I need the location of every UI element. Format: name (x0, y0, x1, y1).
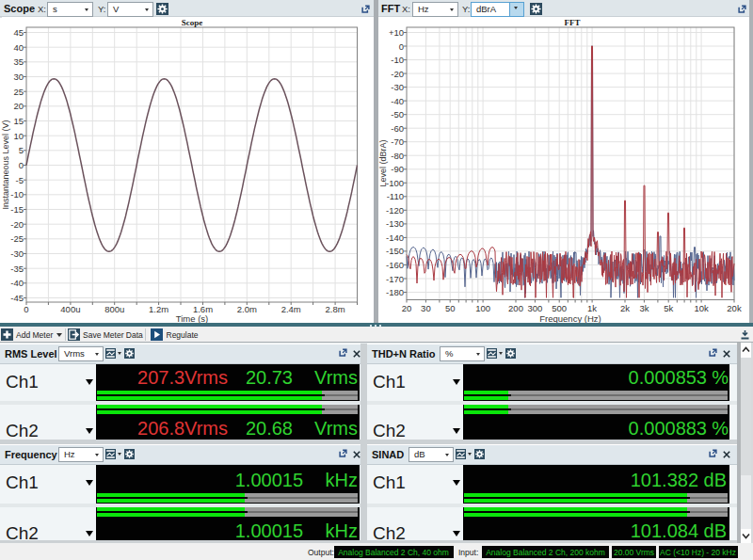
svg-text:2.4m: 2.4m (281, 303, 301, 313)
svg-text:-160: -160 (386, 259, 404, 269)
svg-text:Frequency (Hz): Frequency (Hz) (539, 312, 601, 323)
svg-text:-5: -5 (16, 174, 24, 184)
svg-text:10: 10 (13, 130, 24, 140)
svg-text:-40: -40 (10, 278, 24, 288)
svg-text:-25: -25 (10, 233, 24, 244)
svg-text:1.2m: 1.2m (149, 303, 168, 313)
svg-text:100: 100 (475, 302, 490, 312)
svg-text:Time (s): Time (s) (176, 312, 208, 323)
svg-text:0: 0 (24, 303, 28, 313)
svg-text:-90: -90 (391, 164, 404, 174)
svg-text:2.0m: 2.0m (237, 303, 257, 313)
svg-text:-10: -10 (10, 189, 24, 200)
svg-text:Level (dBrA): Level (dBrA) (378, 139, 388, 186)
svg-text:10k: 10k (694, 302, 709, 312)
svg-text:-170: -170 (386, 273, 404, 283)
svg-text:-20: -20 (10, 218, 24, 229)
svg-text:45: 45 (13, 27, 24, 38)
svg-text:30: 30 (421, 302, 431, 312)
svg-text:-150: -150 (386, 246, 404, 256)
svg-text:-30: -30 (391, 82, 404, 92)
svg-text:20: 20 (13, 101, 24, 111)
svg-text:800u: 800u (104, 303, 124, 313)
svg-text:FFT: FFT (565, 18, 581, 27)
svg-text:3k: 3k (639, 302, 649, 312)
svg-text:-20: -20 (391, 68, 404, 78)
svg-text:2.8m: 2.8m (326, 303, 345, 313)
svg-text:30: 30 (13, 72, 24, 82)
svg-text:-45: -45 (10, 293, 24, 303)
svg-text:-40: -40 (391, 95, 404, 105)
svg-text:400u: 400u (60, 303, 80, 313)
svg-text:35: 35 (13, 56, 24, 67)
svg-text:2k: 2k (620, 302, 630, 312)
svg-text:-120: -120 (386, 204, 404, 215)
svg-text:0: 0 (19, 160, 24, 170)
svg-text:-130: -130 (386, 218, 404, 229)
svg-text:0: 0 (399, 40, 404, 51)
svg-text:5k: 5k (664, 302, 673, 312)
svg-text:-180: -180 (386, 287, 404, 297)
svg-text:Instantaneous Level (V): Instantaneous Level (V) (1, 120, 10, 209)
svg-text:200: 200 (508, 302, 523, 312)
svg-text:40: 40 (13, 41, 24, 52)
svg-text:15: 15 (13, 116, 24, 126)
svg-text:20k: 20k (727, 302, 742, 312)
svg-text:-80: -80 (391, 150, 404, 160)
svg-text:-60: -60 (391, 122, 404, 133)
svg-text:1k: 1k (587, 302, 597, 312)
svg-text:-110: -110 (387, 191, 404, 201)
svg-text:-140: -140 (386, 232, 404, 242)
svg-text:500: 500 (552, 302, 567, 312)
svg-text:-70: -70 (391, 136, 404, 147)
svg-text:300: 300 (527, 302, 542, 312)
svg-text:-10: -10 (391, 55, 404, 65)
svg-text:-100: -100 (386, 177, 404, 187)
svg-text:-50: -50 (391, 109, 404, 120)
svg-text:+10: +10 (389, 27, 404, 38)
svg-text:50: 50 (445, 302, 456, 312)
svg-text:-30: -30 (10, 248, 24, 259)
svg-text:25: 25 (13, 86, 24, 96)
svg-text:-15: -15 (10, 204, 24, 215)
svg-text:20: 20 (402, 302, 412, 312)
svg-text:5: 5 (19, 145, 24, 155)
svg-text:Scope: Scope (182, 18, 203, 27)
svg-text:-35: -35 (10, 263, 24, 273)
